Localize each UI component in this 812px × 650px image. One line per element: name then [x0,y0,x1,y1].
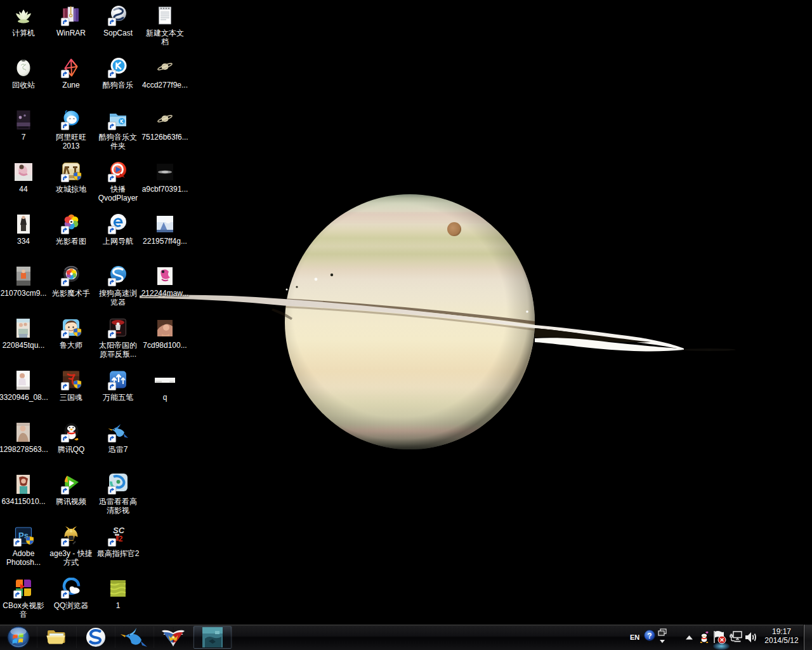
svg-text:SC: SC [113,526,125,535]
svg-text:2: 2 [119,534,123,543]
svg-text:?: ? [647,632,652,640]
